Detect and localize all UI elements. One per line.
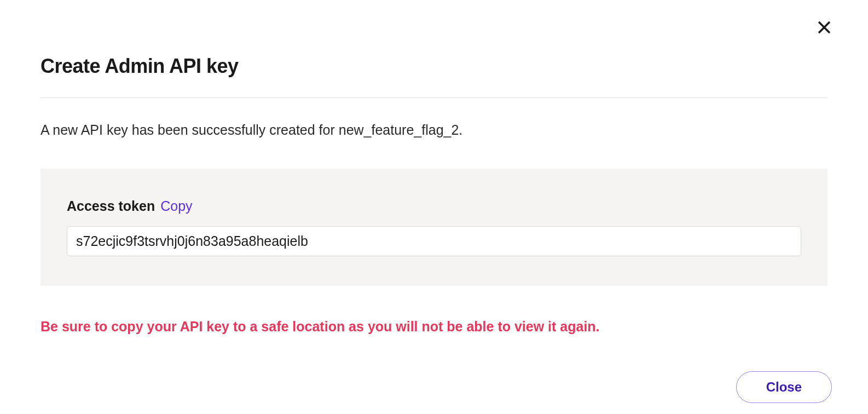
access-token-input[interactable]: [67, 226, 801, 256]
access-token-label-row: Access token Copy: [67, 198, 801, 214]
copy-button[interactable]: Copy: [160, 198, 192, 214]
close-button[interactable]: Close: [736, 371, 832, 403]
access-token-panel: Access token Copy: [40, 169, 828, 286]
close-icon-button[interactable]: [813, 16, 835, 38]
close-icon: [815, 18, 834, 37]
warning-message: Be sure to copy your API key to a safe l…: [40, 319, 828, 335]
success-message: A new API key has been successfully crea…: [40, 122, 828, 138]
divider: [40, 97, 828, 98]
access-token-label: Access token: [67, 198, 155, 214]
modal-container: Create Admin API key A new API key has b…: [0, 0, 868, 335]
modal-footer: Close: [736, 371, 832, 403]
modal-title: Create Admin API key: [40, 55, 828, 78]
